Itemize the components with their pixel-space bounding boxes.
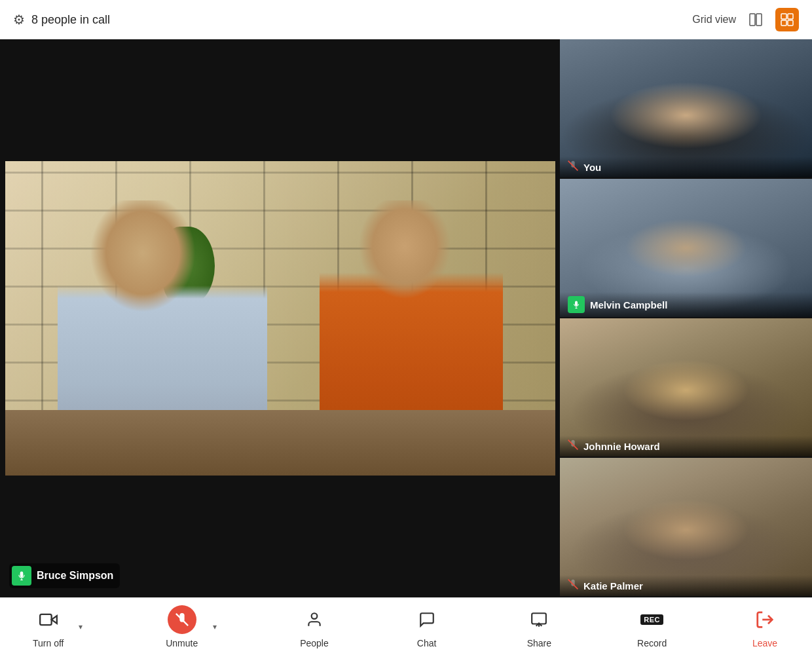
unmute-button[interactable]: Unmute xyxy=(159,605,204,648)
main-content: Bruce Simpson You xyxy=(0,39,812,597)
johnnie-name: Johnnie Howard xyxy=(583,441,660,452)
bottom-bar: Turn off ▾ Unmute ▾ People xyxy=(0,597,812,655)
unmute-label: Unmute xyxy=(166,638,198,648)
melvin-mic-on-icon xyxy=(568,296,585,313)
katie-name: Katie Palmer xyxy=(583,580,643,591)
leave-button[interactable]: Leave xyxy=(744,605,786,648)
svg-rect-1 xyxy=(756,14,762,26)
katie-mic-off-icon xyxy=(568,579,578,592)
svg-rect-5 xyxy=(788,20,793,26)
main-video-panel: Bruce Simpson xyxy=(0,39,560,597)
svg-rect-0 xyxy=(750,14,755,26)
svg-rect-3 xyxy=(788,14,793,19)
share-icon xyxy=(525,605,553,634)
top-bar-left: ⚙ 8 people in call xyxy=(13,12,110,28)
chat-button[interactable]: Chat xyxy=(406,605,448,648)
svg-rect-2 xyxy=(781,14,786,19)
share-label: Share xyxy=(527,638,551,648)
main-speaker-label: Bruce Simpson xyxy=(9,563,120,588)
katie-label-bar: Katie Palmer xyxy=(560,575,812,596)
johnnie-mic-off-icon xyxy=(568,440,578,453)
settings-icon[interactable]: ⚙ xyxy=(13,12,25,28)
people-button[interactable]: People xyxy=(293,605,335,648)
call-count: 8 people in call xyxy=(31,13,110,27)
melvin-label-bar: Melvin Campbell xyxy=(560,292,812,317)
you-label-bar: You xyxy=(560,157,812,178)
unmute-icon xyxy=(168,605,196,634)
camera-icon xyxy=(34,605,63,634)
melvin-name: Melvin Campbell xyxy=(590,299,667,310)
svg-point-15 xyxy=(312,613,318,619)
people-label: People xyxy=(300,638,329,648)
people-icon xyxy=(300,605,329,634)
leave-label: Leave xyxy=(752,638,777,648)
record-label: Record xyxy=(637,638,667,648)
main-video-scene xyxy=(5,161,555,476)
top-bar: ⚙ 8 people in call Grid view xyxy=(0,0,812,39)
mic-chevron[interactable]: ▾ xyxy=(207,612,223,641)
split-view-button[interactable] xyxy=(744,8,767,31)
you-name: You xyxy=(583,162,601,173)
record-button[interactable]: REC Record xyxy=(631,605,673,648)
camera-chevron[interactable]: ▾ xyxy=(73,612,88,641)
turn-off-label: Turn off xyxy=(33,638,64,648)
svg-rect-4 xyxy=(781,20,786,26)
chat-icon xyxy=(413,605,441,634)
right-thumbnail-panel: You Melvin Campbell xyxy=(560,39,812,597)
mic-control-group: Unmute ▾ xyxy=(159,605,223,648)
svg-rect-13 xyxy=(40,614,51,624)
camera-control-group: Turn off ▾ xyxy=(26,605,88,648)
thumbnail-melvin: Melvin Campbell xyxy=(560,179,812,318)
you-mic-off-icon xyxy=(568,160,578,174)
thumbnail-katie: Katie Palmer xyxy=(560,458,812,597)
grid-view-button[interactable] xyxy=(775,8,799,31)
share-button[interactable]: Share xyxy=(518,605,560,648)
top-bar-right: Grid view xyxy=(692,8,799,31)
leave-icon xyxy=(750,605,779,634)
grid-view-label: Grid view xyxy=(692,14,736,26)
chat-label: Chat xyxy=(417,638,437,648)
turn-off-camera-button[interactable]: Turn off xyxy=(26,605,70,648)
thumbnail-you: You xyxy=(560,39,812,179)
johnnie-label-bar: Johnnie Howard xyxy=(560,436,812,457)
rec-badge: REC xyxy=(640,614,663,625)
thumbnail-johnnie: Johnnie Howard xyxy=(560,318,812,458)
main-speaker-name: Bruce Simpson xyxy=(37,570,113,582)
main-speaker-mic-icon xyxy=(12,566,31,586)
record-icon: REC xyxy=(638,605,667,634)
table-surface xyxy=(5,410,555,476)
